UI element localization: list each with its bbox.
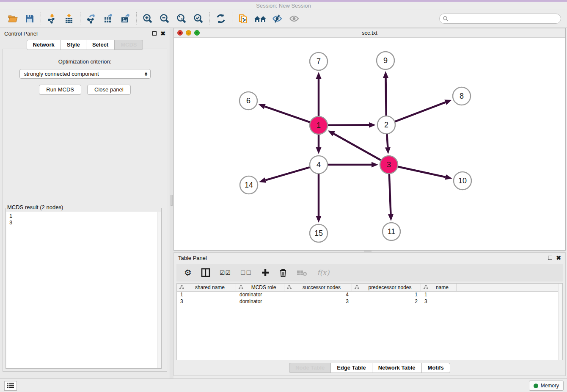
zoom-out-icon <box>159 13 170 24</box>
table-cell: 3 <box>284 298 352 305</box>
graph-node-label: 3 <box>387 160 391 169</box>
task-history-button[interactable] <box>4 381 17 391</box>
memory-button[interactable]: Memory <box>529 381 564 391</box>
optimization-criterion-label: Optimization criterion: <box>3 58 167 65</box>
column-header[interactable]: name <box>421 284 457 291</box>
table-cell: 3 <box>177 298 236 305</box>
import-table-icon <box>63 13 74 24</box>
save-session-button[interactable] <box>21 11 38 26</box>
delete-icon[interactable] <box>279 268 287 277</box>
column-header[interactable]: successor nodes <box>284 284 352 291</box>
select-all-icon[interactable]: ☑☑ <box>220 269 231 276</box>
arrowhead-icon <box>316 147 322 154</box>
network-window-titlebar[interactable]: ✕ − + scc.txt <box>174 28 565 38</box>
column-header[interactable]: MCDS role <box>236 284 284 291</box>
clone-network-button[interactable] <box>235 11 252 26</box>
hierarchy-icon <box>424 284 428 290</box>
close-panel-button[interactable]: Close panel <box>87 85 131 95</box>
window-title: Session: New Session <box>0 3 567 9</box>
network-canvas[interactable]: 7968124314101511 <box>174 38 565 250</box>
add-column-icon[interactable] <box>261 268 270 277</box>
table-header-row: shared nameMCDS rolesuccessor nodesprede… <box>177 284 562 292</box>
toolbar-separator <box>80 12 80 25</box>
network-window-title: scc.txt <box>174 30 565 36</box>
export-network-button[interactable] <box>83 11 100 26</box>
zoom-in-button[interactable] <box>139 11 156 26</box>
tab-mcds[interactable]: MCDS <box>114 40 143 50</box>
columns-icon[interactable] <box>201 268 210 277</box>
run-mcds-button[interactable]: Run MCDS <box>39 85 81 95</box>
edge-3-1[interactable] <box>334 134 381 160</box>
table-cell: 1 <box>352 292 421 298</box>
mcds-result-fieldset: MCDS result (2 nodes) 13 <box>6 205 162 369</box>
zoom-fit-icon <box>176 13 187 24</box>
close-panel-icon[interactable]: ✖ <box>160 31 165 36</box>
toolbar-separator <box>209 12 210 25</box>
edge-2-3[interactable] <box>387 134 388 147</box>
zoom-in-icon <box>142 13 153 24</box>
edge-1-2[interactable] <box>328 125 369 125</box>
import-table-button[interactable] <box>61 11 77 26</box>
zoom-out-button[interactable] <box>156 11 173 26</box>
mcds-result-list[interactable]: 13 <box>6 212 161 368</box>
table-cell: 4 <box>284 292 352 298</box>
tab-network[interactable]: Network <box>27 40 61 50</box>
zoom-selected-icon <box>193 13 204 24</box>
mcds-result-scrollbar[interactable] <box>157 212 161 368</box>
table-scrollbar[interactable] <box>558 284 562 360</box>
first-neighbors-button[interactable] <box>252 11 269 26</box>
main-toolbar <box>0 9 567 28</box>
edge-3-11[interactable] <box>389 174 391 214</box>
float-table-panel-icon[interactable] <box>548 256 552 260</box>
edge-2-9[interactable] <box>386 78 386 116</box>
table-cell: 2 <box>352 298 421 305</box>
export-image-button[interactable] <box>117 11 134 26</box>
search-input[interactable] <box>439 14 561 24</box>
arrowhead-icon <box>316 216 322 223</box>
titlebar: Session: New Session <box>0 0 567 9</box>
tab-network-table[interactable]: Network Table <box>372 363 422 373</box>
open-file-button[interactable] <box>4 11 21 26</box>
apply-layout-button[interactable] <box>212 11 229 26</box>
export-table-button[interactable] <box>100 11 117 26</box>
control-panel: Control Panel ✖ Network Style Select MCD… <box>0 28 170 378</box>
gear-icon[interactable]: ⚙ <box>184 268 192 277</box>
arrowhead-icon <box>444 100 451 105</box>
import-network-button[interactable] <box>44 11 61 26</box>
graph-node-label: 10 <box>458 177 467 185</box>
table-row[interactable]: 3dominator323 <box>177 298 562 305</box>
edge-2-8[interactable] <box>395 102 446 122</box>
tab-select[interactable]: Select <box>86 40 115 50</box>
deselect-all-icon[interactable]: ☐☐ <box>240 269 252 276</box>
mcds-panel-body: Optimization criterion: strongly connect… <box>3 49 167 372</box>
edge-4-14[interactable] <box>265 167 310 180</box>
hierarchy-icon <box>179 284 184 290</box>
panel-splitter[interactable] <box>170 28 173 378</box>
zoom-fit-button[interactable] <box>173 11 190 26</box>
column-header[interactable]: predecessor nodes <box>352 284 421 291</box>
node-table: shared nameMCDS rolesuccessor nodesprede… <box>176 283 563 360</box>
select-stepper-icon: ▲▼ <box>144 72 148 76</box>
tab-node-table[interactable]: Node Table <box>289 363 331 373</box>
select-value: strongly connected component <box>24 71 99 77</box>
optimization-criterion-select[interactable]: strongly connected component ▲▼ <box>19 69 151 79</box>
hide-selected-button[interactable] <box>269 11 286 26</box>
graph-svg: 7968124314101511 <box>174 38 565 250</box>
table-row[interactable]: 1dominator411 <box>177 292 562 298</box>
edge-3-10[interactable] <box>398 167 445 177</box>
status-bar: Memory <box>0 378 567 392</box>
mcds-result-title: MCDS result (2 nodes) <box>7 204 65 210</box>
table-tabs: Node Table Edge Table Network Table Moti… <box>174 363 565 373</box>
zoom-selected-button[interactable] <box>190 11 207 26</box>
edge-1-6[interactable] <box>265 107 310 122</box>
arrowhead-icon <box>385 147 391 154</box>
tab-style[interactable]: Style <box>61 40 86 50</box>
tab-motifs[interactable]: Motifs <box>421 363 450 373</box>
tab-edge-table[interactable]: Edge Table <box>330 363 372 373</box>
close-table-panel-icon[interactable]: ✖ <box>556 256 561 260</box>
show-all-button[interactable] <box>286 11 303 26</box>
column-header[interactable]: shared name <box>177 284 236 291</box>
graph-node-label: 4 <box>317 160 321 169</box>
table-body: 1dominator4113dominator323 <box>177 292 562 305</box>
float-panel-icon[interactable] <box>152 31 157 36</box>
